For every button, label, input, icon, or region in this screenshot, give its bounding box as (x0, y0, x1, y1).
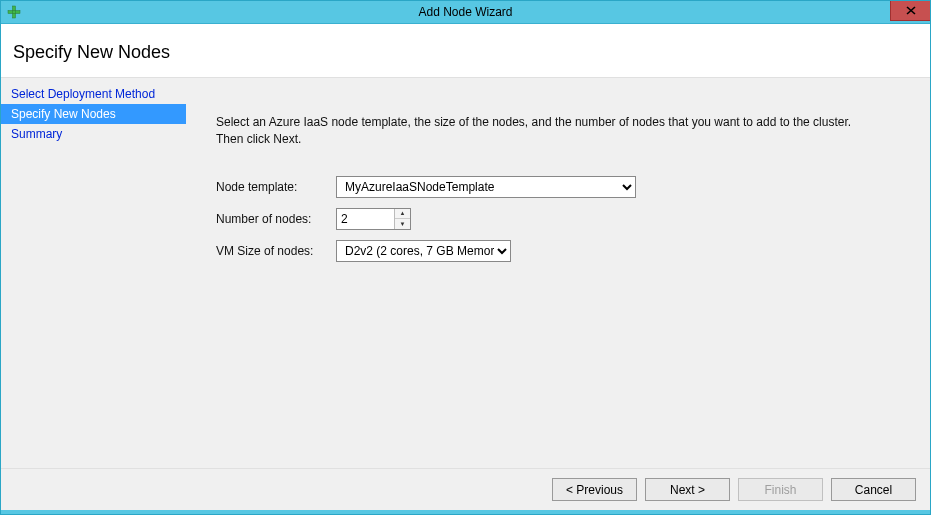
number-of-nodes-input[interactable] (337, 209, 394, 229)
spinner-up-icon[interactable]: ▲ (395, 209, 410, 219)
previous-button[interactable]: < Previous (552, 478, 637, 501)
instruction-text: Select an Azure IaaS node template, the … (216, 114, 876, 148)
cancel-button[interactable]: Cancel (831, 478, 916, 501)
wizard-header: Specify New Nodes (1, 24, 930, 77)
spinner-down-icon[interactable]: ▼ (395, 218, 410, 229)
number-of-nodes-label: Number of nodes: (216, 212, 336, 226)
number-of-nodes-row: Number of nodes: ▲ ▼ (216, 208, 906, 230)
vm-size-select[interactable]: D2v2 (2 cores, 7 GB Memory) (336, 240, 511, 262)
wizard-steps-sidebar: Select Deployment Method Specify New Nod… (1, 78, 186, 468)
wizard-body: Select Deployment Method Specify New Nod… (1, 77, 930, 468)
titlebar: Add Node Wizard (1, 1, 930, 24)
window-bottom-border (1, 510, 930, 514)
next-button[interactable]: Next > (645, 478, 730, 501)
app-icon (3, 1, 25, 23)
vm-size-label: VM Size of nodes: (216, 244, 336, 258)
step-specify-new-nodes[interactable]: Specify New Nodes (1, 104, 186, 124)
window-title: Add Node Wizard (1, 5, 930, 19)
node-template-select[interactable]: MyAzureIaaSNodeTemplate (336, 176, 636, 198)
number-of-nodes-spinner[interactable]: ▲ ▼ (336, 208, 411, 230)
step-select-deployment-method[interactable]: Select Deployment Method (1, 84, 186, 104)
wizard-footer: < Previous Next > Finish Cancel (1, 468, 930, 510)
step-summary[interactable]: Summary (1, 124, 186, 144)
node-template-label: Node template: (216, 180, 336, 194)
close-button[interactable] (890, 1, 930, 21)
page-title: Specify New Nodes (13, 42, 918, 63)
node-template-row: Node template: MyAzureIaaSNodeTemplate (216, 176, 906, 198)
vm-size-row: VM Size of nodes: D2v2 (2 cores, 7 GB Me… (216, 240, 906, 262)
main-content: Select an Azure IaaS node template, the … (186, 78, 930, 468)
svg-rect-1 (8, 11, 20, 14)
wizard-window: Add Node Wizard Specify New Nodes Select… (0, 0, 931, 515)
finish-button: Finish (738, 478, 823, 501)
